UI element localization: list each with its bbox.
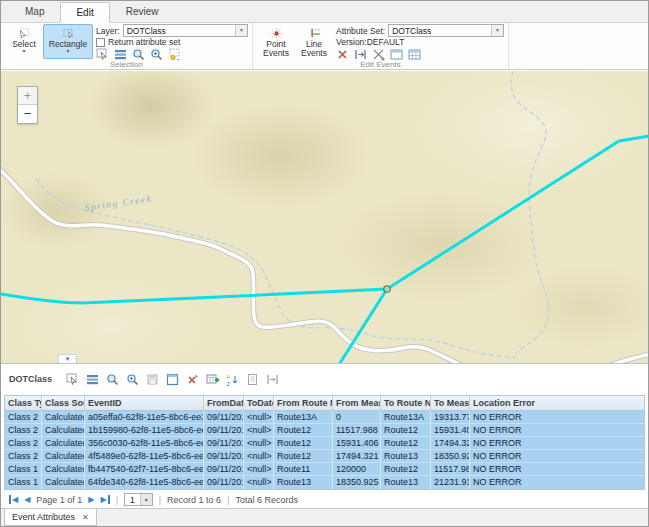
column-header-todate[interactable]: ToDate [244,396,274,410]
layer-dropdown-caret-icon[interactable]: ▾ [235,25,247,36]
zoom-in-button[interactable]: + [18,87,37,105]
attribute-set-label: Attribute Set: [336,26,385,36]
table-cell: Route13 [381,450,431,462]
attribute-table-body: Class 2Calculateda05effa0-62f8-11e5-8bc6… [5,411,644,489]
attribute-set-dropdown[interactable]: DOTClass ▾ [388,24,504,37]
tab-map[interactable]: Map [9,1,60,22]
table-cell: 09/11/2015 [204,411,244,423]
table-cell: 09/11/2015 [204,424,244,436]
select-records-icon[interactable] [66,373,79,386]
first-page-button[interactable]: ◀ [9,495,18,504]
table-row[interactable]: Class 1Calculated64fde340-62f8-11e5-8bc6… [5,476,644,489]
report-icon[interactable] [246,373,259,386]
table-cell: NO ERROR [470,450,644,462]
table-cell: NO ERROR [470,476,644,489]
column-header-from-route-name[interactable]: From Route Name [274,396,333,410]
table-cell: 17494.321 [431,437,470,449]
table-cell: Calculated [42,437,85,449]
table-cell: <null> [244,437,274,449]
panel-tab-bar: Event Attributes ✕ [1,508,648,527]
table-cell: <null> [244,476,274,489]
sort-icon[interactable]: AZ [226,373,239,386]
select-button[interactable]: Select ▾ [5,24,43,59]
table-cell: Route12 [381,463,431,475]
table-cell: a05effa0-62f8-11e5-8bc6-ee32641d5ec9 [85,411,204,423]
column-header-location-error[interactable]: Location Error [470,396,644,410]
zoom-to-selected-icon[interactable] [106,373,119,386]
table-cell: 17494.321 [333,450,381,462]
table-row[interactable]: Class 1Calculatedfb447540-62f7-11e5-8bc6… [5,463,644,476]
save-edits-icon[interactable] [146,373,159,386]
table-cell: <null> [244,411,274,423]
map-view[interactable]: Spring Creek + − ▼ [1,71,648,363]
delete-selected-icon[interactable] [186,373,199,386]
table-cell: 18350.925 [333,476,381,489]
table-row[interactable]: Class 2Calculated4f5489e0-62f8-11e5-8bc6… [5,450,644,463]
tab-edit[interactable]: Edit [60,2,109,23]
line-events-button[interactable]: Line Events [295,24,333,59]
add-records-icon[interactable] [206,373,219,386]
table-cell: 11517.988 [333,424,381,436]
total-records-text: Total 6 Records [235,495,298,505]
return-attribute-set-checkbox[interactable] [96,38,105,47]
zoom-out-button[interactable]: − [18,105,37,123]
layer-dropdown[interactable]: DOTClass ▾ [123,24,248,37]
column-header-class-type[interactable]: Class Type [5,396,42,410]
rectangle-caret-down-icon[interactable]: ▾ [66,49,69,54]
column-header-class-source[interactable]: Class Source [42,396,85,410]
layer-dropdown-value: DOTClass [124,26,235,36]
attribute-table: Class TypeClass SourceEventIDFromDateToD… [4,395,645,490]
table-row[interactable]: Class 2Calculated356c0030-62f8-11e5-8bc6… [5,437,644,450]
table-cell: 09/11/2015 [204,476,244,489]
pan-to-selected-icon[interactable] [126,373,139,386]
svg-text:A: A [227,374,231,380]
close-tab-icon[interactable]: ✕ [82,513,89,522]
selection-group-label: Selection [1,60,252,69]
last-page-button[interactable]: ▶ [101,495,110,504]
attribute-table-layer-name: DOTClass [9,374,52,384]
previous-page-button[interactable]: ◀ [24,495,30,504]
table-cell: NO ERROR [470,424,644,436]
table-cell: 15931.406 [431,424,470,436]
point-events-button[interactable]: Point Events [257,24,295,59]
table-cell: Calculated [42,476,85,489]
collapse-panel-icon: ▼ [65,356,71,362]
table-row[interactable]: Class 2Calculated1b159980-62f8-11e5-8bc6… [5,424,644,437]
attribute-window-icon[interactable] [166,373,179,386]
tab-event-attributes[interactable]: Event Attributes ✕ [4,509,97,526]
table-cell: 11517.988 [431,463,470,475]
separator: | [227,495,229,505]
collapse-panel-button[interactable]: ▼ [58,354,77,363]
column-header-fromdate[interactable]: FromDate [204,396,244,410]
table-cell: Class 2 [5,411,42,423]
tab-event-attributes-label: Event Attributes [12,512,75,522]
pagination-bar: ◀ ◀ Page 1 of 1 ▶ ▶ | 1 ▾ | Record 1 to … [1,491,648,508]
select-caret-down-icon[interactable]: ▾ [22,49,25,54]
show-selected-records-icon[interactable] [86,373,99,386]
table-cell: Class 1 [5,476,42,489]
table-cell: Route12 [381,437,431,449]
column-header-to-route-name[interactable]: To Route Name [381,396,431,410]
column-header-eventid[interactable]: EventID [85,396,204,410]
ribbon: Select ▾ Rectangle ▾ Layer: DOTClass ▾ [1,23,648,70]
table-row[interactable]: Class 2Calculateda05effa0-62f8-11e5-8bc6… [5,411,644,424]
tab-review[interactable]: Review [110,1,175,22]
line-events-label: Line Events [297,40,331,59]
attribute-set-caret-icon[interactable]: ▾ [491,25,503,36]
table-cell: 356c0030-62f8-11e5-8bc6-ee32641d5ec9 [85,437,204,449]
column-header-to-measure[interactable]: To Measure [431,396,470,410]
rectangle-button[interactable]: Rectangle ▾ [43,24,93,59]
table-cell: 4f5489e0-62f8-11e5-8bc6-ee32641d5ec9 [85,450,204,462]
fit-columns-icon[interactable] [266,373,279,386]
next-page-button[interactable]: ▶ [88,495,94,504]
table-cell: Class 2 [5,450,42,462]
application-window: Map Edit Review Select ▾ Rectangle ▾ [0,0,649,527]
table-cell: 64fde340-62f8-11e5-8bc6-ee32641d5ec9 [85,476,204,489]
table-cell: Route13 [274,476,333,489]
page-selector-caret-icon[interactable]: ▾ [140,494,152,505]
table-cell: 120000 [333,463,381,475]
column-header-from-measure[interactable]: From Measure [333,396,381,410]
route-west [1,289,387,303]
edit-events-group-label: Edit Events [253,60,508,69]
page-selector-dropdown[interactable]: 1 ▾ [124,493,153,506]
